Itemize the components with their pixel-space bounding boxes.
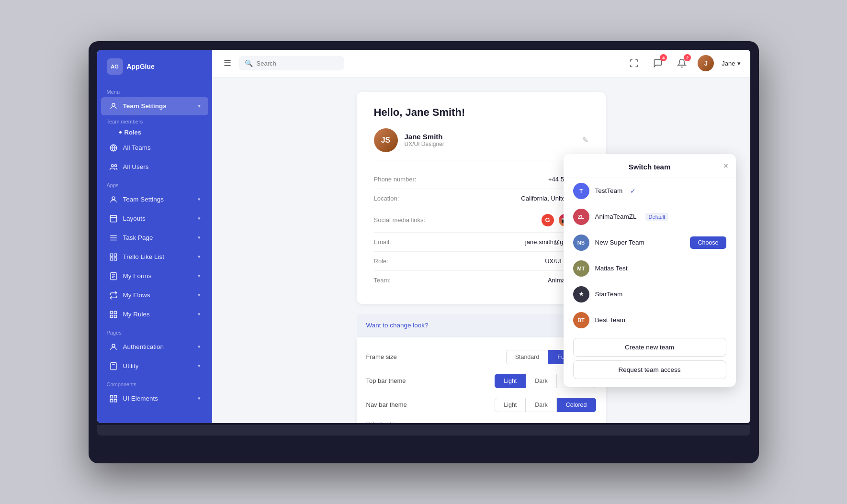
sidebar-item-roles[interactable]: Roles [97,126,212,138]
frame-size-row: Frame size Standard Full screen [366,345,596,369]
navbar-colored-btn[interactable]: Colored [557,398,596,412]
topbar-theme-label: Top bar theme [366,377,433,384]
frame-size-label: Frame size [366,353,433,360]
auth-icon [109,342,118,352]
team-item-newsuperteam[interactable]: NS New Super Team Choose [564,230,736,256]
request-team-access-button[interactable]: Request team access [573,360,726,379]
chevron-icon: ▾ [198,273,201,279]
sidebar-item-label: Team Settings [123,102,167,110]
sidebar-item-team-settings-2[interactable]: Team Settings ▾ [101,190,208,209]
frame-standard-btn[interactable]: Standard [506,350,549,364]
hamburger-button[interactable]: ☰ [222,56,233,70]
team-name-bestteam: Best Team [595,316,626,324]
sidebar-item-task-page[interactable]: Task Page ▾ [101,229,208,247]
chevron-down-icon: ▾ [198,103,201,109]
team-name-testteam: TestTeam [595,187,623,194]
team-avatar-testteam: T [573,183,589,199]
navbar-dark-btn[interactable]: Dark [526,398,556,412]
profile-avatar: JS [374,128,398,152]
sidebar-item-all-teams[interactable]: All Teams [101,139,208,157]
sidebar-item-layouts[interactable]: Layouts ▾ [101,210,208,228]
team-item-testteam[interactable]: T TestTeam ✓ [564,178,736,204]
topbar-dark-btn[interactable]: Dark [526,374,556,388]
team-badge-animateamzl: Default [645,213,669,221]
team-item-matias[interactable]: MT Matias Test [564,256,736,281]
main-content: Hello, Jane Smith! JS Jane Smith UX/UI D… [212,78,750,423]
sidebar-item-label: Task Page [123,234,153,241]
svg-point-0 [112,103,115,106]
topbar-light-btn[interactable]: Light [495,374,526,388]
sidebar-item-my-flows[interactable]: My Flows ▾ [101,286,208,304]
email-label: Email: [374,238,441,246]
user-avatar[interactable]: J [698,55,714,71]
team-name-matias: Matias Test [595,265,628,272]
sidebar: AG AppGlue Menu Team Settings ▾ Team mem… [97,50,212,423]
team-name-newsuperteam: New Super Team [595,239,644,246]
social-label: Social media links: [374,216,441,224]
navbar-light-btn[interactable]: Light [495,398,526,412]
svg-point-3 [114,164,117,167]
svg-rect-10 [110,254,113,256]
look-header-label: Want to change look? [366,322,429,329]
notifications-button[interactable]: 2 [674,55,690,71]
team-item-animateamzl[interactable]: ZL AnimaTeamZL Default [564,204,736,230]
team-check-testteam: ✓ [630,187,636,195]
dot-icon [119,131,122,134]
svg-rect-28 [114,399,116,402]
team-label: Team: [374,277,441,284]
sidebar-item-my-forms[interactable]: My Forms ▾ [101,267,208,285]
profile-name: Jane Smith [405,133,444,141]
pages-section-label: Pages [97,324,212,337]
topbar: ☰ 🔍 4 [212,50,750,78]
sidebar-item-label: My Flows [123,291,150,299]
forms-icon [109,271,118,281]
sidebar-item-authentication[interactable]: Authentication ▾ [101,338,208,356]
chevron-icon: ▾ [198,254,201,260]
sidebar-item-label: Utility [123,362,139,370]
choose-button-newsuperteam[interactable]: Choose [690,236,726,249]
svg-rect-12 [110,258,113,260]
color-select-section: Select color [366,421,596,423]
sidebar-item-all-users[interactable]: All Users [101,158,208,176]
profile-role: UX/UI Designer [405,141,444,147]
sidebar-item-label: Authentication [123,343,164,350]
svg-rect-20 [110,315,113,317]
user-menu[interactable]: Jane ▾ [722,60,740,67]
svg-rect-11 [114,254,116,256]
svg-rect-23 [111,362,116,370]
edit-button[interactable]: ✎ [582,135,588,145]
chevron-icon: ▾ [198,292,201,298]
flows-icon [109,291,118,300]
sidebar-item-team-settings[interactable]: Team Settings ▾ [101,97,208,115]
profile-phone-field: Phone number: +44 583 48 42 [374,170,588,189]
profile-social-field: Social media links: G 📷 f [374,208,588,233]
profile-info: Jane Smith UX/UI Designer [405,133,444,147]
layout-icon [109,214,118,224]
google-icon[interactable]: G [542,214,554,226]
team-item-starteam[interactable]: ★ StarTeam [564,281,736,307]
list-icon [109,233,118,243]
logo[interactable]: AG AppGlue [97,50,212,83]
chevron-icon: ▾ [198,363,201,369]
location-label: Location: [374,195,441,202]
sidebar-item-trello[interactable]: Trello Like List ▾ [101,248,208,266]
sidebar-item-label: Layouts [123,215,146,222]
person-icon-2 [109,195,118,204]
modal-close-button[interactable]: × [723,162,728,170]
components-section-label: Components [97,376,212,389]
sidebar-item-ui-elements[interactable]: UI Elements ▾ [101,390,208,408]
sidebar-item-utility[interactable]: Utility ▾ [101,357,208,375]
profile-role-field: Role: UX/UI Designer [374,252,588,271]
team-avatar-starteam: ★ [573,286,589,302]
expand-button[interactable] [626,55,642,71]
search-input[interactable] [257,60,339,67]
chevron-icon: ▾ [198,235,201,241]
svg-point-2 [111,164,113,167]
modal-actions: Create new team Request team access [564,333,736,379]
team-item-bestteam[interactable]: BT Best Team [564,307,736,333]
create-new-team-button[interactable]: Create new team [573,338,726,357]
sidebar-item-my-rules[interactable]: My Rules ▾ [101,305,208,324]
messages-button[interactable]: 4 [650,55,666,71]
svg-rect-21 [114,315,116,317]
search-bar[interactable]: 🔍 [239,56,344,70]
